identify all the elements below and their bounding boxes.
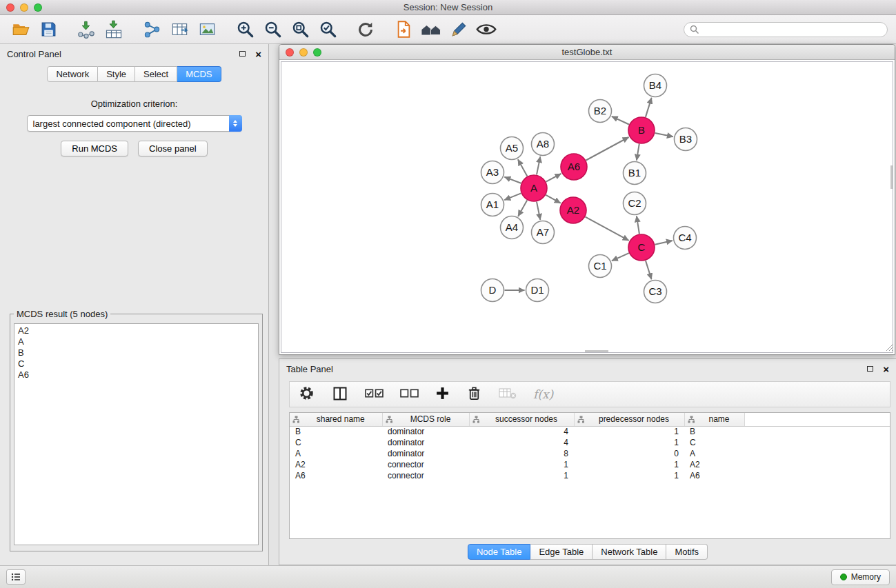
tab-select[interactable]: Select — [135, 66, 177, 82]
graph-node-A1[interactable]: A1 — [481, 194, 504, 216]
vertical-scrollbar[interactable] — [890, 165, 893, 189]
network-canvas[interactable]: B4B2BB3A5A8A6B1A3AC2A1A2A4A7C4CC1C3DD1 — [281, 61, 893, 353]
table-cell[interactable]: A — [684, 448, 744, 459]
memory-button[interactable]: Memory — [831, 569, 890, 585]
table-cell[interactable]: A6 — [684, 470, 744, 481]
graph-edge-A-A7[interactable] — [537, 202, 540, 220]
table-cell[interactable]: dominator — [382, 426, 469, 437]
resize-grip-icon[interactable] — [886, 343, 894, 354]
table-row[interactable]: Adominator80A — [290, 448, 890, 459]
close-panel-icon[interactable]: × — [255, 49, 261, 59]
graph-node-B1[interactable]: B1 — [624, 162, 646, 185]
graph-node-D[interactable]: D — [481, 279, 504, 302]
graph-edge-B-B4[interactable] — [646, 98, 652, 117]
tab-node-table[interactable]: Node Table — [468, 544, 531, 560]
graph-node-A2[interactable]: A2 — [560, 197, 586, 223]
graph-edge-C-C3[interactable] — [646, 261, 652, 279]
table-cell[interactable]: B — [290, 426, 382, 437]
criterion-select[interactable]: largest connected component (directed) — [27, 115, 242, 132]
table-cell[interactable]: 1 — [574, 470, 684, 481]
zoom-selected-button[interactable] — [315, 17, 340, 42]
float-panel-icon[interactable] — [867, 366, 873, 372]
graph-edge-B-B2[interactable] — [612, 116, 629, 125]
apply-layout-button[interactable] — [353, 17, 378, 42]
tab-network[interactable]: Network — [47, 66, 98, 82]
graph-node-B2[interactable]: B2 — [589, 100, 612, 123]
graph-node-C2[interactable]: C2 — [624, 192, 646, 215]
mcds-result-list[interactable]: A2ABCA6 — [14, 323, 259, 545]
table-cell[interactable]: 1 — [469, 459, 574, 470]
table-cell[interactable]: 0 — [574, 448, 684, 459]
graph-node-A4[interactable]: A4 — [501, 216, 524, 239]
tab-network-table[interactable]: Network Table — [593, 544, 666, 560]
horizontal-scrollbar[interactable] — [585, 350, 608, 352]
table-cell[interactable]: 4 — [469, 426, 574, 437]
float-panel-icon[interactable] — [239, 51, 246, 57]
table-cell[interactable]: A2 — [290, 459, 382, 470]
new-network-button[interactable] — [139, 17, 164, 42]
table-cell[interactable]: C — [290, 437, 382, 448]
graph-node-D1[interactable]: D1 — [526, 279, 549, 302]
graph-node-A5[interactable]: A5 — [501, 137, 524, 160]
tab-style[interactable]: Style — [98, 66, 135, 82]
table-cell[interactable]: C — [684, 437, 744, 448]
list-item[interactable]: A2 — [18, 325, 255, 336]
table-cell[interactable]: dominator — [382, 437, 469, 448]
graph-node-A6[interactable]: A6 — [561, 154, 587, 180]
table-cell[interactable]: dominator — [382, 448, 469, 459]
table-cell[interactable]: A2 — [684, 459, 744, 470]
graph-node-C1[interactable]: C1 — [589, 255, 612, 278]
zoom-network-window-button[interactable] — [313, 48, 321, 57]
graph-node-C4[interactable]: C4 — [674, 227, 697, 250]
show-columns-button[interactable] — [332, 385, 348, 404]
table-cell[interactable]: 1 — [574, 459, 684, 470]
list-item[interactable]: C — [18, 358, 255, 369]
close-panel-icon[interactable]: × — [883, 364, 889, 374]
table-row[interactable]: A6connector11A6 — [290, 470, 890, 481]
table-cell[interactable]: 1 — [574, 437, 684, 448]
table-cell[interactable]: B — [684, 426, 744, 437]
graph-edge-C-C4[interactable] — [655, 241, 673, 245]
table-cell[interactable]: A — [290, 448, 382, 459]
column-header-mcds-role[interactable]: MCDS role — [382, 413, 469, 426]
graph-node-C[interactable]: C — [628, 234, 655, 261]
show-hide-graphics-button[interactable] — [474, 17, 499, 42]
close-network-window-button[interactable] — [286, 48, 294, 57]
column-header-successor-nodes[interactable]: successor nodes — [469, 413, 574, 426]
table-cell[interactable]: 4 — [469, 437, 574, 448]
graph-node-A3[interactable]: A3 — [481, 161, 504, 184]
list-item[interactable]: A — [18, 336, 255, 347]
list-item[interactable]: A6 — [18, 369, 255, 381]
graph-edge-B-B1[interactable] — [637, 144, 639, 161]
graph-node-A[interactable]: A — [521, 175, 547, 201]
fx-function-button[interactable]: f(x) — [533, 387, 553, 401]
graph-node-B4[interactable]: B4 — [644, 74, 667, 97]
graph-edge-A-A8[interactable] — [537, 156, 540, 174]
table-row[interactable]: Cdominator41C — [290, 437, 890, 448]
style-brush-button[interactable] — [446, 17, 471, 42]
export-image-button[interactable] — [195, 17, 219, 42]
zoom-window-button[interactable] — [34, 3, 42, 12]
close-panel-button[interactable]: Close panel — [138, 141, 208, 156]
new-table-button[interactable] — [167, 17, 192, 42]
graph-node-B3[interactable]: B3 — [675, 128, 697, 151]
tab-mcds[interactable]: MCDS — [177, 66, 221, 82]
home-button[interactable] — [419, 17, 444, 42]
minimize-network-window-button[interactable] — [299, 48, 308, 57]
table-cell[interactable]: 8 — [469, 448, 574, 459]
search-input[interactable] — [684, 22, 888, 37]
zoom-out-button[interactable] — [260, 17, 285, 42]
delete-column-button[interactable] — [466, 385, 482, 403]
graph-node-C3[interactable]: C3 — [644, 281, 667, 303]
table-settings-button[interactable] — [298, 385, 315, 404]
graph-node-B[interactable]: B — [628, 117, 655, 143]
graph-node-A7[interactable]: A7 — [532, 221, 555, 244]
graph-edge-A6-B[interactable] — [586, 137, 629, 161]
table-cell[interactable]: 1 — [574, 426, 684, 437]
import-network-file-button[interactable] — [74, 17, 99, 42]
show-panels-button[interactable] — [6, 569, 26, 585]
graph-edge-C-C2[interactable] — [637, 216, 639, 234]
table-row[interactable]: Bdominator41B — [290, 426, 890, 437]
graph-edge-B-B3[interactable] — [655, 133, 673, 136]
graph-edge-A-A3[interactable] — [504, 177, 521, 183]
